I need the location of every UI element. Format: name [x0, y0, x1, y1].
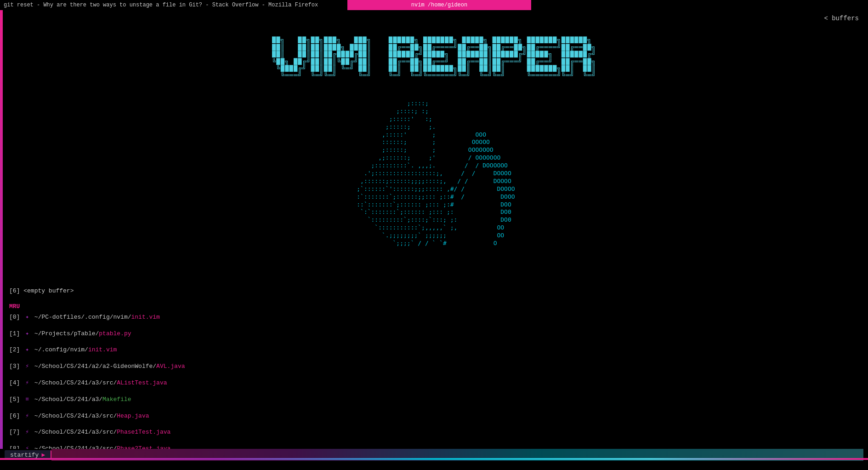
list-item[interactable]: [7] ⚡ ~/School/CS/241/a3/src/Phase1Test.… [9, 428, 859, 437]
buffers-button[interactable]: < buffers [824, 15, 859, 22]
skull-ascii-art: ;::::; ;::::; :; ;:::::' :; ;:::::; ;. ,… [353, 100, 515, 247]
startify-text: startify [10, 452, 39, 459]
vim-reaper-title: ██╗ ██╗██╗███╗ ███╗ ██████╗ ███████╗ ███… [272, 23, 596, 93]
list-item[interactable]: [3] ⚡ ~/School/CS/241/a2/a2-GideonWolfe/… [9, 362, 859, 372]
nvim-title-bar: nvim /home/gideon [347, 0, 531, 10]
bottom-gradient-bar [0, 458, 868, 460]
list-item[interactable]: [0] ✦ ~/PC-dotfiles/.config/nvim/init.vi… [9, 313, 859, 322]
list-item[interactable]: [1] ✦ ~/Projects/pTable/ptable.py [9, 329, 859, 339]
mode-arrow-icon: ▶ [41, 451, 45, 459]
main-area: < buffers ██╗ ██╗██╗███╗ ███╗ ██████╗ ██… [0, 10, 868, 461]
empty-buffer-index: [6] [9, 287, 20, 294]
buffer-list: [0] ✦ ~/PC-dotfiles/.config/nvim/init.vi… [9, 313, 859, 461]
top-bar: git reset - Why are there two ways to un… [0, 0, 868, 10]
mru-label: MRU [9, 303, 859, 310]
empty-buffer-label: <empty buffer> [23, 287, 74, 294]
list-item[interactable]: [4] ⚡ ~/School/CS/241/a3/src/AListTest.j… [9, 378, 859, 388]
empty-buffer-line: [6] <empty buffer> [9, 287, 859, 296]
list-item[interactable]: [6] ⚡ ~/School/CS/241/a3/src/Heap.java [9, 412, 859, 421]
list-item[interactable]: [2] ✦ ~/.config/nvim/init.vim [9, 345, 859, 355]
list-item[interactable]: [5] ≡ ~/School/CS/241/a3/Makefile [9, 395, 859, 405]
buffer-section: [6] <empty buffer> MRU [0] ✦ ~/PC-dotfil… [0, 282, 868, 461]
